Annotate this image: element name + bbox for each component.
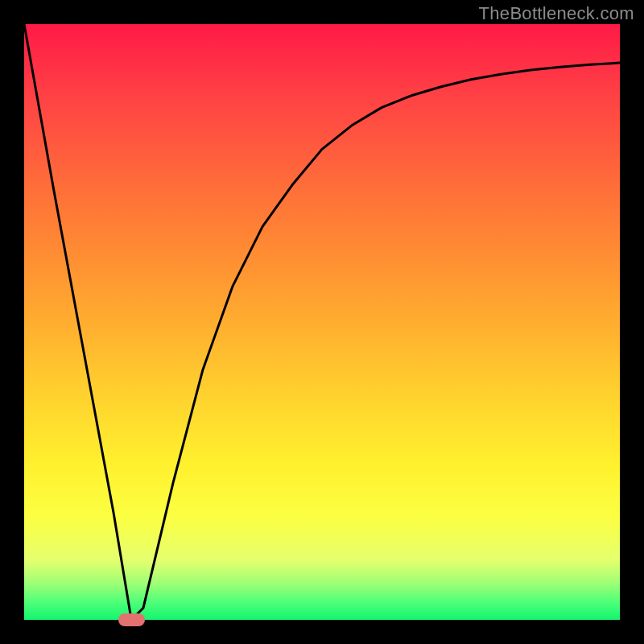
plot-area [24, 24, 620, 620]
bottleneck-curve [24, 24, 620, 620]
optimal-marker [118, 613, 145, 626]
chart-frame: TheBottleneck.com [0, 0, 644, 644]
watermark-text: TheBottleneck.com [479, 3, 634, 24]
